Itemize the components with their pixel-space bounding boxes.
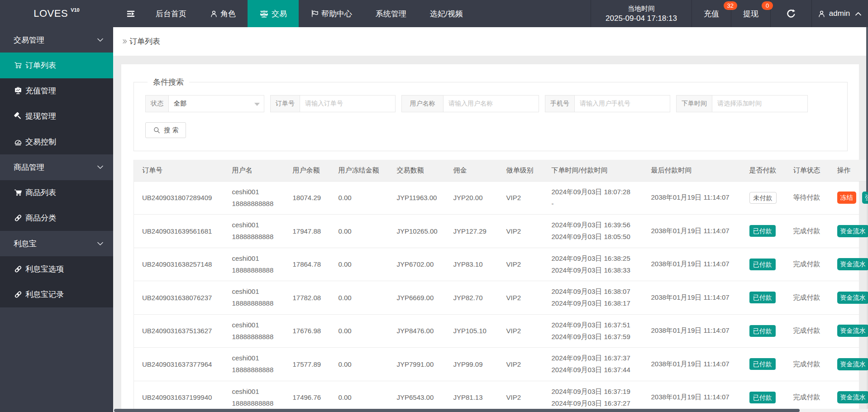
user-phone: 18888888888: [232, 297, 285, 309]
sidebar-item-label: 充值管理: [25, 86, 56, 96]
withdraw-menu[interactable]: 提现 0: [731, 0, 770, 27]
refresh-icon: [786, 9, 796, 19]
nav-item-3[interactable]: 交易: [248, 0, 299, 27]
cell-level: VIP2: [498, 381, 544, 412]
horizontal-scrollbar-thumb[interactable]: [114, 409, 800, 412]
table-row-5: UB2409031637513627ceshi00118888888888176…: [134, 314, 868, 348]
user-phone: 18888888888: [232, 331, 285, 343]
cell-amount: JYP6669.00: [389, 281, 445, 315]
scales-icon: [259, 9, 269, 19]
refresh-button[interactable]: [771, 0, 811, 27]
cell-frozen: 0.00: [330, 248, 389, 281]
cell-level: VIP2: [498, 314, 544, 348]
username: ceshi001: [232, 286, 285, 297]
filter-label: 用户名称: [401, 95, 443, 112]
sidebar-group-label: 交易管理: [14, 35, 44, 45]
cell-frozen: 0.00: [330, 314, 389, 348]
cell-username: ceshi00118888888888: [224, 181, 285, 215]
cell-order-no: UB2409031807289409: [134, 181, 224, 215]
sidebar-item-2-1[interactable]: 商品列表: [0, 180, 113, 206]
action-button[interactable]: 冻结: [837, 192, 856, 204]
action-button[interactable]: 资金流水: [837, 325, 868, 337]
cell-last-pay-time: 2038年01月19日 11:14:07: [643, 348, 741, 381]
nav-item-4[interactable]: 帮助中心: [299, 0, 364, 27]
filter-input-5[interactable]: 请选择添加时间: [712, 95, 808, 112]
cell-amount: JYP11963.00: [389, 181, 445, 215]
cell-order-status: 完成付款: [785, 281, 829, 315]
nav-item-5[interactable]: 系统管理: [364, 0, 418, 27]
search-button[interactable]: 搜 索: [145, 122, 186, 138]
main-panel: 订单列表 条件搜索 状态全部订单号请输入订单号用户名称请输入用户名称手机号请输入…: [113, 27, 868, 412]
nav-item-6[interactable]: 选妃/视频: [418, 0, 475, 27]
admin-user-menu[interactable]: admin: [812, 0, 868, 27]
orders-table-zone: 订单号用户名用户余额用户冻结金额交易数额佣金做单级别下单时间/付款时间最后付款时…: [134, 160, 868, 412]
filter-1: 状态全部: [145, 95, 264, 112]
input-placeholder: 请选择添加时间: [717, 100, 762, 108]
cell-last-pay-time: 2038年01月19日 11:14:07: [643, 281, 741, 315]
action-button[interactable]: 资金流水: [837, 258, 868, 270]
cell-frozen: 0.00: [330, 181, 389, 215]
input-placeholder: 请输入用户手机号: [580, 100, 630, 108]
cell-balance: 17577.89: [285, 348, 330, 381]
sidebar-collapse-button[interactable]: [113, 0, 144, 27]
column-header-4: 用户冻结金额: [330, 160, 389, 181]
sidebar-item-3-2[interactable]: 利息宝记录: [0, 282, 113, 307]
user-phone: 18888888888: [232, 198, 285, 210]
cell-frozen: 0.00: [330, 281, 389, 315]
cell-paid: 已付款: [741, 314, 785, 348]
cell-commission: JYP99.09: [445, 348, 498, 381]
sidebar-group-3[interactable]: 利息宝: [0, 231, 113, 256]
nav-item-2[interactable]: 角色: [198, 0, 248, 27]
withdraw-label: 提现: [743, 9, 758, 19]
sidebar-item-1-1[interactable]: 订单列表: [0, 53, 113, 78]
link-icon: [14, 291, 22, 299]
filter-input-2[interactable]: 请输入订单号: [300, 95, 396, 112]
paid-status-badge: 已付款: [749, 392, 776, 403]
filter-input-4[interactable]: 请输入用户手机号: [574, 95, 670, 112]
column-header-10: 是否付款: [741, 160, 785, 181]
cell-balance: 17864.78: [285, 248, 330, 281]
link-icon: [14, 265, 22, 273]
sidebar-item-2-2[interactable]: 商品分类: [0, 206, 113, 231]
order-time: 2024年09月03日 16:39:56: [552, 219, 643, 231]
filter-4: 手机号请输入用户手机号: [545, 95, 670, 112]
sidebar-group-1[interactable]: 交易管理: [0, 27, 113, 53]
cell-paid: 已付款: [741, 348, 785, 381]
user-phone: 18888888888: [232, 398, 285, 409]
sidebar-item-1-3[interactable]: 提现管理: [0, 104, 113, 129]
app-logo-text: LOVES: [33, 8, 68, 19]
vertical-scrollbar-thumb[interactable]: [866, 27, 868, 192]
pay-time: 2024年09月03日 16:38:17: [552, 297, 643, 309]
filter-input-3[interactable]: 请输入用户名称: [443, 95, 539, 112]
sidebar-item-label: 订单列表: [25, 60, 56, 71]
action-button[interactable]: 资金流水: [837, 292, 868, 304]
sidebar-item-label: 交易控制: [25, 137, 56, 147]
action-button[interactable]: 资金流水: [837, 358, 868, 370]
status-select[interactable]: 全部: [168, 95, 264, 112]
sidebar-item-1-4[interactable]: 交易控制: [0, 129, 113, 154]
sidebar-item-3-1[interactable]: 利息宝选项: [0, 256, 113, 282]
board-icon: [14, 87, 22, 95]
link-icon: [14, 214, 22, 222]
sidebar-group-2[interactable]: 商品管理: [0, 154, 113, 180]
column-header-8: 下单时间/付款时间: [544, 160, 643, 181]
sidebar-item-label: 提现管理: [25, 111, 56, 121]
action-button[interactable]: 资金流水: [837, 391, 868, 403]
column-header-3: 用户余额: [285, 160, 330, 181]
cell-last-pay-time: 2038年01月19日 11:14:07: [643, 248, 741, 281]
table-row-4: UB2409031638076237ceshi00118888888888177…: [134, 281, 868, 315]
cell-actions: 资金流水: [829, 314, 868, 348]
pay-time: -: [552, 198, 643, 210]
nav-item-1[interactable]: 后台首页: [144, 0, 198, 27]
cell-username: ceshi00118888888888: [224, 281, 285, 315]
cell-last-pay-time: 2038年01月19日 11:14:07: [643, 314, 741, 348]
sidebar-item-1-2[interactable]: 充值管理: [0, 78, 113, 104]
sidebar-item-label: 商品分类: [25, 213, 56, 223]
input-placeholder: 请输入用户名称: [448, 100, 493, 108]
action-button[interactable]: 资金流水: [837, 225, 868, 237]
cell-level: VIP2: [498, 348, 544, 381]
cell-amount: JYP6702.00: [389, 248, 445, 281]
recharge-menu[interactable]: 充值 32: [692, 0, 731, 27]
search-legend: 条件搜索: [148, 77, 189, 88]
username: ceshi001: [232, 219, 285, 231]
